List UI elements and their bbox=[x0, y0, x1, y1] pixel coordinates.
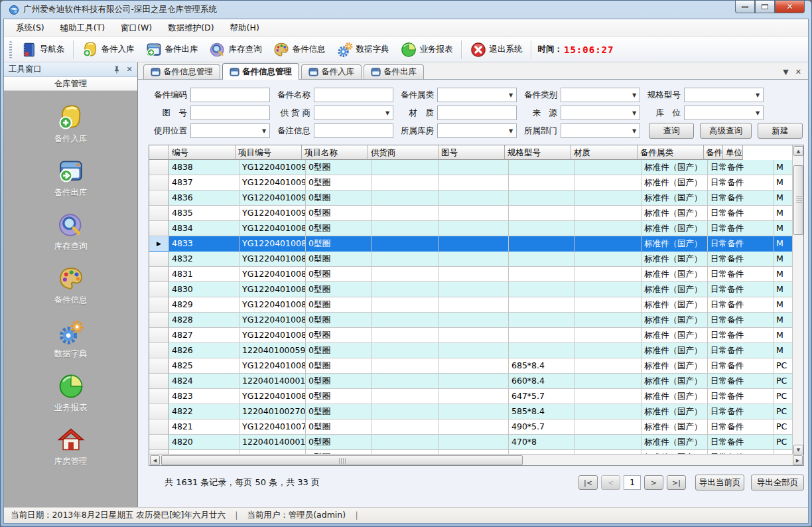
prev-page-button[interactable]: < bbox=[601, 475, 620, 490]
tab-label: 备件信息管理 bbox=[242, 66, 292, 78]
column-header[interactable]: 备件类别 bbox=[704, 145, 723, 160]
last-page-button[interactable]: >| bbox=[667, 475, 686, 490]
vertical-scroll-thumb[interactable] bbox=[793, 165, 803, 235]
menu-item[interactable]: 辅助工具(T) bbox=[52, 20, 113, 37]
table-row[interactable]: 4826 1220401000599 0型圈 标准件（国产） 日常备件 bbox=[149, 343, 793, 358]
toolbar-report-button[interactable]: 业务报表 bbox=[395, 38, 458, 61]
cell-unit: M bbox=[774, 221, 793, 236]
dock-group-header[interactable]: 仓库管理 bbox=[4, 77, 137, 91]
department-select[interactable]: ▼ bbox=[561, 123, 640, 138]
column-header[interactable]: 图号 bbox=[439, 145, 505, 160]
table-row[interactable]: 4825 YG12204010081 0型圈 685*8.4 标准件（国产） bbox=[149, 358, 793, 374]
column-header[interactable]: 项目编号 bbox=[236, 145, 302, 160]
scroll-left-icon[interactable]: ◀ bbox=[150, 455, 160, 465]
sidebar-item-data-dict[interactable]: 数据字典 bbox=[31, 317, 111, 362]
table-row[interactable]: 4824 1220401400012 0型圈 660*8.4 标准件（国产） bbox=[149, 374, 793, 389]
export-current-page-button[interactable]: 导出当前页 bbox=[695, 475, 744, 490]
part-class-select[interactable]: ▼ bbox=[437, 88, 517, 102]
toolbar-data-dict-button[interactable]: 数据字典 bbox=[331, 38, 395, 61]
minimize-button[interactable] bbox=[735, 1, 755, 13]
toolbar-button-label: 数据字典 bbox=[356, 44, 389, 55]
next-page-button[interactable]: > bbox=[644, 475, 663, 490]
column-header[interactable]: 项目名称 bbox=[302, 145, 368, 160]
toolbar-parts-in-button[interactable]: 备件入库 bbox=[76, 38, 140, 61]
menu-item[interactable]: 数据维护(D) bbox=[160, 20, 222, 37]
sidebar-item-parts-info[interactable]: 备件信息 bbox=[31, 263, 111, 308]
sidebar-item-report[interactable]: 业务报表 bbox=[31, 370, 111, 415]
tab-parts-info-mgmt-1[interactable]: 备件信息管理 bbox=[143, 64, 220, 79]
warehouse-select[interactable]: ▼ bbox=[437, 123, 517, 138]
table-row[interactable]: 4837 YG12204010092 0型圈 标准件（国产） 日常备件 bbox=[149, 175, 793, 190]
horizontal-scrollbar[interactable]: ◀ ▶ bbox=[149, 454, 803, 465]
toolbar-button-label: 备件信息 bbox=[293, 44, 326, 55]
column-header[interactable]: 规格型号 bbox=[505, 145, 571, 160]
column-header[interactable]: 编号 bbox=[169, 145, 236, 160]
vertical-scrollbar[interactable]: ▲ ▼ bbox=[792, 145, 803, 455]
column-header[interactable]: 单位 bbox=[723, 145, 743, 160]
scroll-up-icon[interactable]: ▲ bbox=[793, 146, 803, 156]
toolbar-navigator-button[interactable]: 导航条 bbox=[15, 38, 70, 61]
table-row[interactable]: 4831 YG12204010086 0型圈 标准件（国产） 日常备件 bbox=[149, 267, 793, 282]
toolbar-drag-handle[interactable] bbox=[9, 41, 12, 58]
tab-close-icon[interactable]: ✕ bbox=[795, 68, 801, 76]
menu-item[interactable]: 窗口(W) bbox=[113, 20, 160, 37]
drawing-no-input[interactable] bbox=[190, 106, 270, 120]
location-select[interactable]: ▼ bbox=[684, 106, 764, 120]
source-select[interactable]: ▼ bbox=[561, 106, 640, 120]
part-type-select[interactable]: ▼ bbox=[561, 88, 640, 102]
dock-close-icon[interactable]: ✕ bbox=[125, 65, 134, 74]
use-position-select[interactable]: ▼ bbox=[190, 123, 270, 138]
table-row[interactable]: 4836 YG12204010091 0型圈 标准件（国产） 日常备件 bbox=[149, 190, 793, 206]
table-row[interactable]: 4834 YG12204010089 0型圈 标准件（国产） 日常备件 bbox=[149, 221, 793, 236]
new-button[interactable]: 新建 bbox=[758, 123, 803, 139]
horizontal-scroll-thumb[interactable] bbox=[161, 455, 523, 465]
toolbar-exit-button[interactable]: 退出系统 bbox=[464, 38, 528, 61]
table-row[interactable]: 4828 YG12204010083 0型圈 标准件（国产） 日常备件 bbox=[149, 313, 793, 328]
advanced-query-button[interactable]: 高级查询 bbox=[700, 123, 752, 139]
toolbar-parts-out-button[interactable]: 备件出库 bbox=[140, 38, 204, 61]
part-code-input[interactable] bbox=[190, 88, 270, 102]
close-button[interactable]: ✕ bbox=[775, 1, 805, 13]
tab-parts-info-mgmt-2-active[interactable]: 备件信息管理 bbox=[222, 63, 299, 80]
first-page-button[interactable]: |< bbox=[578, 475, 598, 490]
column-header[interactable]: 供货商 bbox=[368, 145, 439, 160]
query-button[interactable]: 查询 bbox=[649, 123, 694, 139]
scroll-right-icon[interactable]: ▶ bbox=[793, 455, 803, 465]
sidebar-item-warehouse-mgmt[interactable]: 库房管理 bbox=[31, 424, 111, 469]
table-row[interactable]: ▶ 4833 YG12204010088 0型圈 标准件（国产） bbox=[149, 236, 793, 252]
maximize-button[interactable] bbox=[755, 1, 775, 13]
column-header[interactable]: 备件属类 bbox=[638, 145, 704, 160]
material-input[interactable] bbox=[437, 106, 517, 120]
table-row[interactable]: 4827 YG12204010082 0型圈 标准件（国产） 日常备件 bbox=[149, 328, 793, 343]
toolbar-stock-query-button[interactable]: 库存查询 bbox=[204, 38, 267, 61]
column-header[interactable]: 材质 bbox=[571, 145, 638, 160]
sidebar-item-parts-out[interactable]: 备件出库 bbox=[31, 155, 111, 200]
tab-parts-in[interactable]: 备件入库 bbox=[301, 64, 362, 79]
chevron-down-icon[interactable]: ▼ bbox=[783, 68, 788, 76]
toolbar-parts-info-button[interactable]: 备件信息 bbox=[267, 38, 331, 61]
menu-item[interactable]: 系统(S) bbox=[8, 20, 52, 37]
table-row[interactable]: 4829 YG12204010084 0型圈 标准件（国产） 日常备件 bbox=[149, 297, 793, 313]
remark-input[interactable] bbox=[314, 123, 393, 138]
cell-drawing-no bbox=[439, 358, 509, 374]
table-row[interactable]: 4838 YG12204010093 0型圈 标准件（国产） 日常备件 bbox=[149, 160, 793, 175]
menu-item[interactable]: 帮助(H) bbox=[222, 20, 267, 37]
table-row[interactable]: 4830 YG12204010085 0型圈 标准件（国产） 日常备件 bbox=[149, 282, 793, 297]
table-row[interactable]: 4823 YG12204010080 0型圈 647*5.7 标准件（国产） bbox=[149, 389, 793, 404]
export-all-pages-button[interactable]: 导出全部页 bbox=[751, 475, 804, 490]
table-row[interactable]: 4820 1220401400013 0型圈 470*8 标准件（国产） bbox=[149, 435, 793, 450]
table-row[interactable]: 4822 1220401002700 0型圈 585*8.4 标准件（国产） bbox=[149, 404, 793, 419]
scroll-down-icon[interactable]: ▼ bbox=[793, 445, 803, 455]
table-row[interactable]: 4832 YG12204010087 0型圈 标准件（国产） 日常备件 bbox=[149, 252, 793, 267]
tab-parts-out[interactable]: 备件出库 bbox=[364, 64, 424, 79]
table-row[interactable]: 4835 YG12204010090 0型圈 标准件（国产） 日常备件 bbox=[149, 206, 793, 221]
pin-icon[interactable] bbox=[112, 65, 121, 74]
sidebar-item-parts-in[interactable]: 备件入库 bbox=[31, 102, 111, 147]
sidebar-item-stock-query[interactable]: 库存查询 bbox=[31, 209, 111, 254]
dock-title-bar: 工具窗口 ✕ bbox=[4, 62, 137, 77]
supplier-select[interactable]: ▼ bbox=[314, 106, 393, 120]
part-name-input[interactable] bbox=[314, 88, 393, 102]
table-row[interactable]: 4821 YG12204010079 0型圈 490*5.7 标准件（国产） bbox=[149, 419, 793, 435]
page-number-input[interactable] bbox=[624, 475, 641, 490]
spec-select[interactable]: ▼ bbox=[684, 88, 764, 102]
